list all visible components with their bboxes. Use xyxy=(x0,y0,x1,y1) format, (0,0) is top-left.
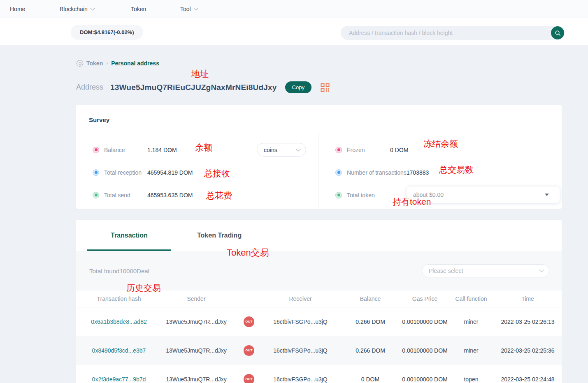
sender-address[interactable]: 13Wue5JmuQ7R...dJxy xyxy=(156,346,237,355)
tx-hash-link[interactable]: 0x8490d5f3cd...e3b7 xyxy=(82,346,156,355)
survey-left-column: Balance 1.184 DOM coins Total reception … xyxy=(76,133,319,209)
nav-token-label: Token xyxy=(131,6,146,12)
caret-down-icon xyxy=(545,194,549,196)
receiver-address[interactable]: 16ctbivFSGPo...u3jQ xyxy=(261,346,339,355)
col-call-function: Call function xyxy=(449,295,494,302)
balance-cell: 0.266 DOM xyxy=(339,318,401,326)
dom-price-badge[interactable]: DOM:$4.8167(-0.02%) xyxy=(71,25,143,40)
col-transaction-hash: Transaction hash xyxy=(82,295,156,302)
chevron-down-icon xyxy=(90,6,95,10)
gas-price-cell: 0.00100000 DOM xyxy=(401,346,449,355)
green-dot-icon xyxy=(93,192,99,198)
out-direction-badge: OUT xyxy=(244,316,254,327)
col-receiver: Receiver xyxy=(261,295,339,302)
transactions-card: Transaction Token Trading Total found100… xyxy=(76,220,562,383)
page: Home Blockchain Token Tool DOM:$4.8167(-… xyxy=(0,0,588,383)
col-balance: Balance xyxy=(339,295,401,302)
green-dot-icon xyxy=(335,192,342,198)
search-icon xyxy=(555,30,561,36)
total-send-value: 465953.635 DOM xyxy=(147,192,193,198)
qr-code-icon[interactable] xyxy=(321,83,330,92)
survey-title: Survey xyxy=(76,105,562,123)
search-input[interactable] xyxy=(341,30,551,36)
stat-balance: Balance 1.184 DOM coins xyxy=(93,138,318,161)
receiver-address[interactable]: 16ctbivFSGPo...u3jQ xyxy=(261,375,339,383)
search-bar xyxy=(341,26,565,40)
gas-price-cell: 0.00100000 DOM xyxy=(401,318,449,326)
stat-transaction-count: Number of transactions 1703883 xyxy=(335,161,562,184)
total-send-label: Total send xyxy=(104,192,147,198)
stat-frozen: Frozen 0 DOM xyxy=(335,138,562,161)
call-function-cell: topen xyxy=(449,375,494,383)
nav-item-token[interactable]: Token xyxy=(131,0,146,18)
total-token-label: Total token xyxy=(347,192,390,198)
nav-item-tool[interactable]: Tool xyxy=(180,0,197,18)
address-label: Address xyxy=(76,83,103,92)
coins-select-value: coins xyxy=(264,147,277,153)
total-token-select[interactable]: about $0.00 xyxy=(407,187,560,203)
receiver-address[interactable]: 16ctbivFSGPo...u3jQ xyxy=(261,318,339,326)
annotation-address: 地址 xyxy=(191,68,209,80)
copy-button[interactable]: Copy xyxy=(285,81,311,93)
search-button[interactable] xyxy=(551,26,564,39)
stat-total-reception: Total reception 465954.819 DOM xyxy=(93,161,318,184)
table-header-row: Transaction hash Sender Receiver Balance… xyxy=(76,291,562,307)
nav-item-blockchain[interactable]: Blockchain xyxy=(60,0,93,18)
sender-address[interactable]: 13Wue5JmuQ7R...dJxy xyxy=(156,318,237,326)
tx-hash-link[interactable]: 0x6a1b3b8de8...ad82 xyxy=(82,318,156,326)
time-cell: 2022-03-25 02:25:36 xyxy=(494,346,562,355)
tab-transaction[interactable]: Transaction xyxy=(111,232,148,239)
chevron-down-icon xyxy=(539,268,544,272)
call-function-cell: miner xyxy=(449,346,494,355)
stat-total-send: Total send 465953.635 DOM xyxy=(93,184,318,206)
balance-cell: 0.266 DOM xyxy=(339,346,401,355)
breadcrumb-current: Personal address xyxy=(111,60,159,67)
balance-label: Balance xyxy=(104,147,147,153)
breadcrumb: Token › Personal address xyxy=(77,60,159,67)
tab-token-trading[interactable]: Token Trading xyxy=(197,232,242,239)
survey-body: Balance 1.184 DOM coins Total reception … xyxy=(76,133,562,209)
breadcrumb-token[interactable]: Token xyxy=(86,60,103,67)
gas-price-cell: 0.00100000 DOM xyxy=(401,375,449,383)
header-bar: DOM:$4.8167(-0.02%) xyxy=(0,18,588,45)
coins-select[interactable]: coins xyxy=(257,143,306,157)
table-row: 0x6a1b3b8de8...ad82 13Wue5JmuQ7R...dJxy … xyxy=(76,307,562,336)
total-reception-value: 465954.819 DOM xyxy=(147,169,193,176)
frozen-value: 0 DOM xyxy=(390,147,408,153)
call-function-cell: miner xyxy=(449,318,494,326)
total-reception-label: Total reception xyxy=(104,169,147,176)
chevron-down-icon xyxy=(296,147,300,151)
nav-blockchain-label: Blockchain xyxy=(60,6,88,12)
transaction-count-label: Number of transactions xyxy=(347,169,407,176)
balance-cell: 0 DOM xyxy=(339,375,401,383)
address-row: Address 13Wue5JmuQ7RiEuCJUZgNaxMrNEi8UdJ… xyxy=(76,81,330,93)
total-found-text: Total found10000Deal xyxy=(89,268,149,275)
frozen-label: Frozen xyxy=(347,147,390,153)
total-token-select-value: about $0.00 xyxy=(413,192,444,198)
location-pin-icon xyxy=(77,60,83,67)
col-time: Time xyxy=(494,295,562,302)
sender-address[interactable]: 13Wue5JmuQ7R...dJxy xyxy=(156,375,237,383)
blue-dot-icon xyxy=(335,169,342,176)
active-tab-underline xyxy=(87,249,171,251)
transaction-count-value: 1703883 xyxy=(407,169,429,176)
survey-card: Survey Balance 1.184 DOM coins Total rec… xyxy=(76,105,562,209)
out-direction-badge: OUT xyxy=(244,345,254,356)
top-nav: Home Blockchain Token Tool xyxy=(0,0,588,18)
nav-item-home[interactable]: Home xyxy=(10,0,25,18)
dom-price-text: DOM:$4.8167(-0.02%) xyxy=(80,29,134,35)
balance-value: 1.184 DOM xyxy=(147,147,177,153)
filter-select-placeholder: Please select xyxy=(429,268,463,274)
table-row: 0x8490d5f3cd...e3b7 13Wue5JmuQ7R...dJxy … xyxy=(76,336,562,365)
chevron-down-icon xyxy=(193,6,198,10)
address-value: 13Wue5JmuQ7RiEuCJUZgNaxMrNEi8UdJxy xyxy=(110,83,277,92)
nav-tool-label: Tool xyxy=(180,6,191,12)
tx-hash-link[interactable]: 0x2f3de9ac77...9b7d xyxy=(82,375,156,383)
col-gas-price: Gas Price xyxy=(401,295,449,302)
col-sender: Sender xyxy=(156,295,237,302)
table-toolbar: Total found10000Deal Please select xyxy=(76,251,562,291)
pink-dot-icon xyxy=(93,147,99,153)
time-cell: 2022-03-25 02:24:48 xyxy=(494,375,562,383)
transactions-table: Transaction hash Sender Receiver Balance… xyxy=(76,291,562,383)
filter-select[interactable]: Please select xyxy=(422,264,549,277)
